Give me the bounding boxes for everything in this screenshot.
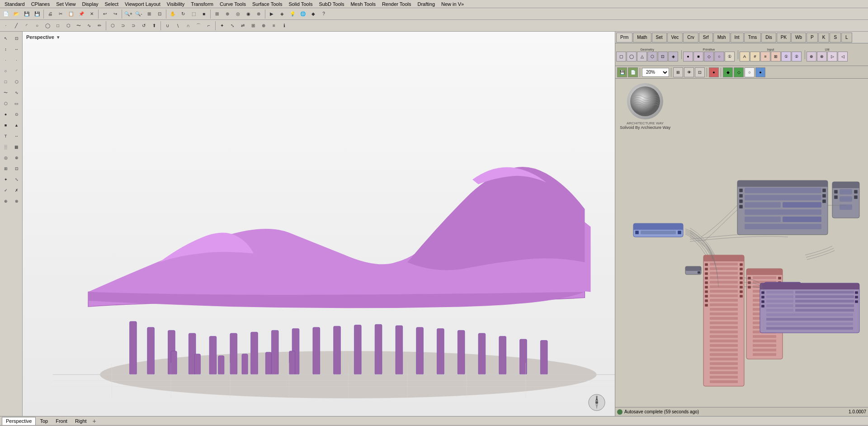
- tb-nurbs[interactable]: 〜: [74, 21, 84, 31]
- tb-circle[interactable]: ○: [32, 21, 42, 31]
- tb-undo[interactable]: ↩: [100, 9, 110, 19]
- tb-ortho[interactable]: ⊕: [222, 9, 232, 19]
- tb-sweep1[interactable]: ⊃: [118, 21, 128, 31]
- lt-plane[interactable]: ▭: [12, 99, 22, 109]
- tab-right[interactable]: Right: [71, 417, 90, 425]
- tb-new[interactable]: 📄: [1, 9, 11, 19]
- lt-cplane[interactable]: ⊕: [12, 153, 22, 163]
- gh-diamond2[interactable]: ◇: [734, 67, 744, 77]
- tb-zoom-in[interactable]: 🔍+: [123, 9, 133, 19]
- menu-viewport-layout[interactable]: Viewport Layout: [122, 1, 163, 7]
- tb-freeform[interactable]: ✏: [94, 21, 104, 31]
- tb-paste[interactable]: 📌: [76, 9, 86, 19]
- menu-mesh-tools[interactable]: Mesh Tools: [348, 1, 378, 7]
- tb-env[interactable]: 🌐: [298, 9, 308, 19]
- tb-properties[interactable]: ℹ: [279, 21, 289, 31]
- tb-polygon[interactable]: ⬡: [63, 21, 73, 31]
- gh-save-btn[interactable]: 💾: [617, 67, 627, 77]
- tab-perspective[interactable]: Perspective: [2, 417, 36, 425]
- lt-misc2[interactable]: ⊗: [12, 196, 22, 206]
- lt-hatch[interactable]: ░: [1, 142, 11, 152]
- tb-copy[interactable]: 📋: [66, 9, 76, 19]
- lt-curve[interactable]: 〜: [1, 88, 11, 98]
- tb-interp[interactable]: ∿: [84, 21, 94, 31]
- lt-zoom2[interactable]: ↔: [12, 44, 22, 54]
- tb-zoom-out[interactable]: 🔍-: [134, 9, 144, 19]
- menu-new[interactable]: New in V»: [439, 1, 467, 7]
- gh-tab-srf[interactable]: Srf: [699, 33, 713, 43]
- gh-util-3[interactable]: ▷: [827, 52, 837, 62]
- gh-util-1[interactable]: ⊕: [807, 52, 816, 62]
- gh-util-4[interactable]: ◁: [838, 52, 848, 62]
- lt-surface[interactable]: ⬡: [1, 99, 11, 109]
- viewport[interactable]: Perspective ▼: [23, 32, 615, 416]
- lt-transform[interactable]: ✦: [1, 175, 11, 185]
- lt-snap-on[interactable]: ◎: [1, 153, 11, 163]
- gh-input-6[interactable]: ②: [792, 52, 802, 62]
- tb-rect[interactable]: □: [53, 21, 63, 31]
- lt-arc[interactable]: ◜: [12, 66, 22, 76]
- menu-cplanes[interactable]: CPlanes: [28, 1, 53, 7]
- gh-tab-math[interactable]: Math: [633, 33, 651, 43]
- tb-rotate[interactable]: ↻: [178, 9, 188, 19]
- gh-tab-k[interactable]: K: [818, 33, 830, 43]
- menu-display[interactable]: Display: [79, 1, 101, 7]
- menu-transform[interactable]: Transform: [188, 1, 216, 7]
- tb-extrude[interactable]: ⬆: [149, 21, 159, 31]
- gh-tab-crv[interactable]: Crv: [683, 33, 698, 43]
- tb-array[interactable]: ⊞: [248, 21, 258, 31]
- tb-fillet[interactable]: ⌒: [193, 21, 203, 31]
- menu-select[interactable]: Select: [102, 1, 122, 7]
- menu-drafting[interactable]: Drafting: [415, 1, 438, 7]
- tb-layer[interactable]: ≡: [269, 21, 279, 31]
- lt-transform2[interactable]: ⤡: [12, 175, 22, 185]
- tb-pan[interactable]: ✋: [168, 9, 178, 19]
- gh-red-btn[interactable]: ●: [709, 67, 719, 77]
- tb-group[interactable]: ⊕: [259, 21, 269, 31]
- viewport-dropdown-icon[interactable]: ▼: [56, 35, 61, 40]
- gh-tab-wb[interactable]: Wb: [791, 33, 806, 43]
- lt-cone[interactable]: ▲: [12, 120, 22, 130]
- tb-help[interactable]: ?: [319, 9, 329, 19]
- tb-redo[interactable]: ↪: [110, 9, 120, 19]
- menu-visibility[interactable]: Visibility: [164, 1, 188, 7]
- tb-move[interactable]: ✦: [217, 21, 227, 31]
- gh-tab-dis[interactable]: Dis: [761, 33, 776, 43]
- tb-chamfer[interactable]: ⌐: [204, 21, 214, 31]
- tb-polyline[interactable]: ╱: [11, 21, 21, 31]
- lt-view[interactable]: ⊞: [1, 164, 11, 174]
- lt-cylinder[interactable]: ⊙: [12, 109, 22, 119]
- lt-polygon[interactable]: ⬡: [12, 77, 22, 87]
- tb-mirror[interactable]: ⇌: [238, 21, 248, 31]
- menu-solid-tools[interactable]: Solid Tools: [286, 1, 315, 7]
- gh-view-btn[interactable]: 👁: [684, 67, 694, 77]
- gh-tab-s[interactable]: S: [830, 33, 841, 43]
- tb-scale[interactable]: ⤡: [227, 21, 237, 31]
- lt-point-cloud[interactable]: ·: [1, 55, 11, 65]
- gh-geom-6[interactable]: ◈: [668, 52, 678, 62]
- tb-save-as[interactable]: 💾: [32, 9, 42, 19]
- tb-boolean-union[interactable]: ∪: [162, 21, 172, 31]
- tb-sweep2[interactable]: ⊃: [128, 21, 138, 31]
- gh-canvas[interactable]: ARCHITECTURE WAY Solivoid By Archiecture…: [615, 79, 868, 407]
- gh-export-btn[interactable]: ⊡: [695, 67, 705, 77]
- tb-wire[interactable]: ⬚: [189, 9, 198, 19]
- gh-prim-5[interactable]: ①: [725, 52, 735, 62]
- gh-tab-trns[interactable]: Trns: [744, 33, 761, 43]
- tb-boolean-int[interactable]: ∩: [183, 21, 193, 31]
- tb-open[interactable]: 📂: [11, 9, 21, 19]
- lt-misc1[interactable]: ⊕: [1, 196, 11, 206]
- gh-tab-pk[interactable]: PK: [777, 33, 791, 43]
- gh-tab-p[interactable]: P: [807, 33, 818, 43]
- lt-hatch2[interactable]: ▦: [12, 142, 22, 152]
- menu-surface-tools[interactable]: Surface Tools: [250, 1, 285, 7]
- tab-top[interactable]: Top: [36, 417, 52, 425]
- lt-text[interactable]: T: [1, 131, 11, 141]
- gh-blue-btn[interactable]: ●: [755, 67, 765, 77]
- tb-loft[interactable]: ⬡: [108, 21, 118, 31]
- tb-zoom-ext[interactable]: ⊞: [144, 9, 154, 19]
- gh-diamond1[interactable]: ◆: [723, 67, 733, 77]
- tab-front[interactable]: Front: [52, 417, 71, 425]
- gh-prim-1[interactable]: ●: [683, 52, 693, 62]
- gh-tab-set[interactable]: Set: [652, 33, 667, 43]
